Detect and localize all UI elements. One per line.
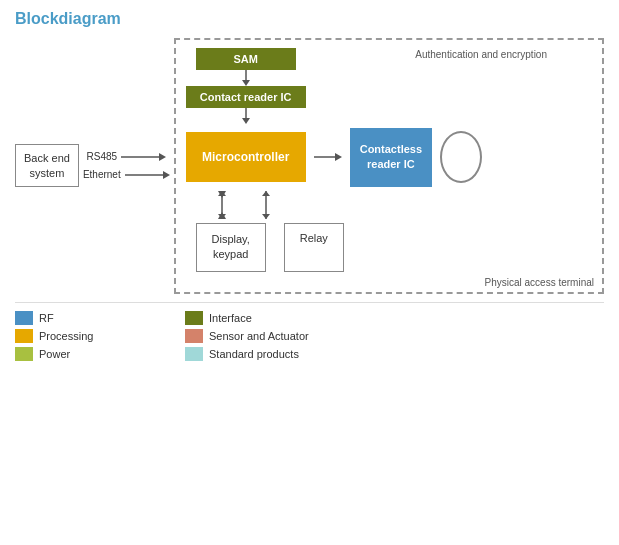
ethernet-label: Ethernet: [83, 169, 121, 180]
legend: RF Processing Power Interface Sensor and…: [15, 302, 604, 361]
processing-label: Processing: [39, 330, 93, 342]
svg-marker-3: [163, 171, 170, 179]
legend-power: Power: [15, 347, 165, 361]
sam-contact-col: SAM Contact reader IC: [186, 48, 306, 124]
backend-box: Back endsystem: [15, 144, 79, 187]
legend-standard-products: Standard products: [185, 347, 335, 361]
bidir-arrows-row: [186, 191, 592, 219]
rs485-arrow-icon: [121, 151, 166, 163]
bidir-arrow1-icon: [214, 191, 230, 219]
antenna: [440, 131, 482, 183]
physical-terminal-box: Authentication and encryption Physical a…: [174, 38, 604, 294]
sam-down-arrow-icon: [236, 70, 256, 86]
auth-label: Authentication and encryption: [415, 48, 547, 62]
sam-box: SAM: [196, 48, 296, 70]
interface-swatch: [185, 311, 203, 325]
mc-to-contactless-arrow-icon: [314, 151, 342, 163]
contact-reader-box: Contact reader IC: [186, 86, 306, 108]
row3: Display,keypad Relay: [186, 223, 592, 272]
legend-interface: Interface: [185, 311, 335, 325]
legend-col-1: RF Processing Power: [15, 311, 165, 361]
legend-processing: Processing: [15, 329, 165, 343]
bidir-arrow2-icon: [258, 191, 274, 219]
connection-block: RS485 Ethernet: [83, 151, 170, 181]
processing-swatch: [15, 329, 33, 343]
sensor-actuator-swatch: [185, 329, 203, 343]
page: Blockdiagram Back endsystem RS485 Ethern…: [0, 0, 619, 371]
legend-rf: RF: [15, 311, 165, 325]
rf-label: RF: [39, 312, 54, 324]
rs485-conn: RS485: [86, 151, 166, 163]
svg-marker-18: [262, 191, 270, 196]
svg-marker-1: [159, 153, 166, 161]
physical-label: Physical access terminal: [485, 277, 594, 288]
interface-label: Interface: [209, 312, 252, 324]
sensor-actuator-label: Sensor and Actuator: [209, 330, 309, 342]
rf-swatch: [15, 311, 33, 325]
standard-products-swatch: [185, 347, 203, 361]
power-swatch: [15, 347, 33, 361]
rs485-label: RS485: [86, 151, 117, 162]
relay-box: Relay: [284, 223, 344, 272]
diagram-area: Back endsystem RS485 Ethernet: [15, 38, 604, 294]
inner-layout: SAM Contact reader IC: [186, 48, 592, 272]
legend-sensor-actuator: Sensor and Actuator: [185, 329, 335, 343]
ethernet-conn: Ethernet: [83, 169, 170, 181]
legend-col-2: Interface Sensor and Actuator Standard p…: [185, 311, 335, 361]
row2: Microcontroller Contactlessreader IC: [186, 128, 592, 187]
power-label: Power: [39, 348, 70, 360]
contactless-reader-box: Contactlessreader IC: [350, 128, 432, 187]
svg-marker-19: [262, 214, 270, 219]
standard-products-label: Standard products: [209, 348, 299, 360]
page-title: Blockdiagram: [15, 10, 604, 28]
microcontroller-box: Microcontroller: [186, 132, 306, 182]
ethernet-arrow-icon: [125, 169, 170, 181]
contact-down-arrow-icon: [236, 108, 256, 124]
svg-marker-7: [242, 118, 250, 124]
svg-marker-9: [335, 153, 342, 161]
display-box: Display,keypad: [196, 223, 266, 272]
